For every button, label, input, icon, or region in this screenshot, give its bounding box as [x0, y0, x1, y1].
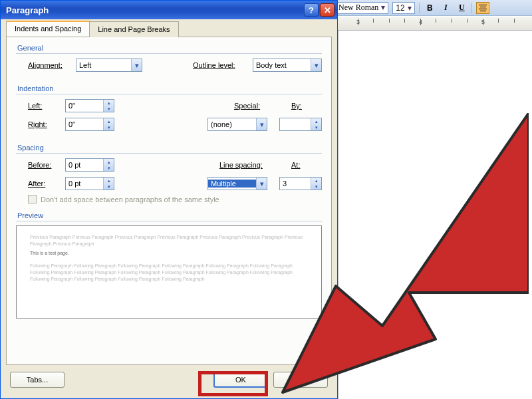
before-value: 0 pt	[66, 161, 103, 169]
alignment-combo[interactable]: Left ▾	[76, 59, 142, 72]
outline-level-combo[interactable]: Body text ▾	[253, 59, 322, 72]
chevron-down-icon: ▾	[131, 59, 142, 71]
special-combo[interactable]: (none) ▾	[207, 118, 267, 131]
no-space-checkbox: Don't add space between paragraphs of th…	[16, 195, 322, 203]
indent-right-label: Right:	[28, 120, 65, 128]
document-area[interactable]	[338, 31, 532, 399]
cancel-button[interactable]: Cancel	[273, 372, 328, 388]
tab-strip: Indents and Spacing Line and Page Breaks	[6, 21, 332, 37]
tab-line-page-breaks[interactable]: Line and Page Breaks	[89, 21, 178, 37]
chevron-down-icon: ▾	[311, 59, 321, 71]
at-spinner[interactable]: 3 ▴▾	[279, 177, 322, 190]
dialog-title: Paragraph	[6, 5, 303, 15]
dropdown-caret-icon: ▾	[381, 3, 385, 13]
dialog-button-bar: Tabs... OK Cancel	[6, 365, 332, 393]
spinner-buttons[interactable]: ▴▾	[103, 100, 114, 112]
dialog-titlebar[interactable]: Paragraph ? ✕	[1, 1, 337, 19]
alignment-value: Left	[76, 61, 131, 69]
line-spacing-label: Line spacing:	[219, 161, 279, 169]
close-button[interactable]: ✕	[320, 3, 334, 17]
font-name-value: New Roman	[338, 3, 378, 13]
line-spacing-value: Multiple	[208, 180, 256, 188]
spinner-buttons[interactable]: ▴▾	[311, 178, 321, 190]
special-value: (none)	[208, 120, 256, 128]
formatting-toolbar: New Roman ▾ 12 ▾ B I U	[332, 0, 532, 16]
preview-filler-before: Previous Paragraph Previous Paragraph Pr…	[30, 234, 308, 247]
after-value: 0 pt	[66, 180, 103, 188]
spinner-buttons[interactable]: ▴▾	[103, 178, 114, 190]
at-value: 3	[280, 180, 311, 188]
spacing-legend: Spacing	[16, 144, 322, 154]
before-spinner[interactable]: 0 pt ▴▾	[65, 158, 114, 172]
outline-level-value: Body text	[253, 61, 311, 69]
horizontal-ruler: 3 4 5	[338, 16, 532, 31]
spinner-buttons[interactable]: ▴▾	[311, 118, 321, 130]
tab-indents-spacing[interactable]: Indents and Spacing	[6, 21, 90, 37]
italic-button[interactable]: I	[440, 2, 452, 14]
spinner-buttons[interactable]: ▴▾	[103, 159, 114, 171]
font-name-combo[interactable]: New Roman ▾	[335, 2, 388, 14]
underline-button[interactable]: U	[456, 2, 467, 14]
at-label: At:	[291, 161, 322, 169]
indentation-legend: Indentation	[16, 84, 322, 94]
paragraph-dialog: Paragraph ? ✕ Indents and Spacing Line a…	[0, 0, 338, 399]
line-spacing-combo[interactable]: Multiple ▾	[207, 177, 267, 190]
indent-right-value: 0"	[66, 120, 103, 128]
indent-left-spinner[interactable]: 0" ▴▾	[65, 99, 114, 112]
dropdown-caret-icon: ▾	[408, 3, 412, 13]
align-left-button[interactable]	[476, 2, 489, 14]
tabs-button[interactable]: Tabs...	[10, 372, 65, 388]
outline-level-label: Outline level:	[193, 61, 253, 69]
preview-legend: Preview	[16, 211, 322, 221]
checkbox-icon	[28, 195, 37, 203]
ok-button[interactable]: OK	[213, 372, 268, 388]
bold-button[interactable]: B	[424, 2, 436, 14]
spinner-buttons[interactable]: ▴▾	[103, 118, 114, 130]
special-label: Special:	[234, 102, 271, 110]
close-icon: ✕	[324, 5, 331, 15]
after-label: After:	[28, 180, 65, 188]
preview-box: Previous Paragraph Previous Paragraph Pr…	[16, 225, 322, 319]
font-size-value: 12	[396, 3, 404, 13]
indent-left-value: 0"	[66, 102, 103, 110]
indent-right-spinner[interactable]: 0" ▴▾	[65, 118, 114, 131]
preview-filler-after: Following Paragraph Following Paragraph …	[30, 263, 308, 282]
tab-panel: General Alignment: Left ▾ Outline level:…	[6, 37, 332, 365]
preview-sample-text: This is a test page.	[30, 250, 308, 257]
chevron-down-icon: ▾	[256, 118, 267, 130]
by-label: By:	[291, 102, 322, 110]
alignment-label: Alignment:	[28, 61, 76, 69]
chevron-down-icon: ▾	[256, 178, 267, 190]
no-space-label: Don't add space between paragraphs of th…	[41, 196, 219, 203]
help-button[interactable]: ?	[304, 3, 319, 17]
by-spinner[interactable]: ▴▾	[279, 118, 322, 131]
before-label: Before:	[28, 161, 65, 169]
font-size-combo[interactable]: 12 ▾	[392, 2, 415, 14]
general-legend: General	[16, 44, 322, 54]
indent-left-label: Left:	[28, 102, 65, 110]
after-spinner[interactable]: 0 pt ▴▾	[65, 177, 114, 190]
